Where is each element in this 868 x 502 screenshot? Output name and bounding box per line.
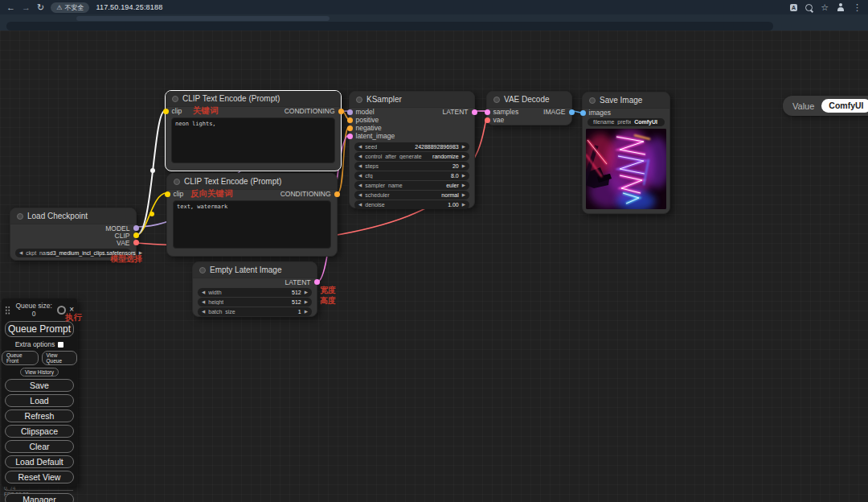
output-slot-image[interactable]: IMAGE: [543, 108, 567, 116]
input-slot-model[interactable]: model: [354, 108, 375, 116]
increment-icon[interactable]: ▶: [305, 290, 308, 295]
input-slot-latent-image[interactable]: latent_image: [354, 132, 395, 140]
slot-dot-latent[interactable]: [347, 134, 353, 139]
increment-icon[interactable]: ▶: [305, 300, 308, 305]
prompt-textarea[interactable]: neon lights,: [171, 117, 335, 163]
increment-icon[interactable]: ▶: [462, 174, 465, 179]
slot-dot-vae[interactable]: [133, 240, 139, 245]
increment-icon[interactable]: ▶: [462, 154, 465, 159]
load-default-button[interactable]: Load Default: [5, 455, 74, 468]
bookmark-star-icon[interactable]: ☆: [821, 3, 829, 12]
forward-icon[interactable]: →: [22, 3, 31, 12]
collapse-dot-icon[interactable]: [356, 97, 362, 103]
profile-icon[interactable]: [837, 3, 845, 11]
queue-front-button[interactable]: Queue Front: [2, 351, 39, 365]
input-slot-clip[interactable]: clip: [170, 107, 182, 115]
output-slot-conditioning[interactable]: CONDITIONING: [280, 190, 332, 198]
decrement-icon[interactable]: ◀: [202, 300, 205, 305]
node-vae-decode[interactable]: VAE Decode samples IMAGE vae: [486, 91, 572, 126]
node-ksampler[interactable]: KSampler model LATENT positive negative …: [349, 91, 475, 208]
node-titlebar[interactable]: Empty Latent Image: [193, 262, 317, 278]
slot-dot-clip[interactable]: [163, 109, 169, 114]
increment-icon[interactable]: ▶: [462, 164, 465, 169]
collapse-dot-icon[interactable]: [199, 267, 206, 274]
slot-dot-image[interactable]: [580, 110, 586, 116]
slot-dot-model[interactable]: [347, 109, 353, 115]
widget-seed[interactable]: ◀ seed 24288892896983 ▶: [354, 142, 469, 151]
decrement-icon[interactable]: ◀: [358, 183, 362, 188]
decrement-icon[interactable]: ◀: [358, 203, 362, 208]
slot-dot-latent[interactable]: [485, 109, 490, 115]
queue-prompt-button[interactable]: Queue Prompt: [5, 321, 74, 337]
drag-handle-icon[interactable]: [5, 306, 10, 315]
collapse-dot-icon[interactable]: [172, 96, 178, 102]
view-queue-button[interactable]: View Queue: [42, 351, 77, 365]
decrement-icon[interactable]: ◀: [358, 174, 362, 179]
output-slot-latent[interactable]: LATENT: [443, 108, 469, 116]
slot-dot-vae[interactable]: [485, 117, 490, 123]
slot-dot-conditioning[interactable]: [347, 117, 353, 123]
slot-dot-clip[interactable]: [133, 232, 139, 238]
prompt-textarea[interactable]: text, watermark: [173, 200, 331, 249]
input-slot-samples[interactable]: samples: [492, 108, 518, 116]
node-titlebar[interactable]: CLIP Text Encode (Prompt): [167, 174, 337, 190]
node-titlebar[interactable]: KSampler: [350, 92, 474, 108]
increment-icon[interactable]: ▶: [462, 145, 465, 150]
reset-view-button[interactable]: Reset View: [5, 471, 74, 483]
decrement-icon[interactable]: ◀: [358, 193, 362, 198]
output-slot-latent[interactable]: LATENT: [285, 278, 312, 286]
decrement-icon[interactable]: ◀: [358, 145, 362, 150]
site-security-chip[interactable]: ⚠ 不安全: [51, 2, 89, 13]
widget-scheduler[interactable]: ◀ scheduler normal ▶: [354, 191, 469, 200]
address-url[interactable]: 117.50.194.25:8188: [96, 3, 162, 11]
increment-icon[interactable]: ▶: [462, 193, 465, 198]
collapse-dot-icon[interactable]: [174, 179, 180, 185]
widget-batch-size[interactable]: ◀ batch_size 1 ▶: [198, 307, 312, 316]
decrement-icon[interactable]: ◀: [202, 290, 205, 295]
widget-control-after-generate[interactable]: ◀ control_after_generate randomize ▶: [354, 152, 469, 161]
increment-icon[interactable]: ▶: [462, 203, 465, 208]
collapse-dot-icon[interactable]: [493, 97, 500, 103]
node-titlebar[interactable]: VAE Decode: [487, 92, 571, 108]
input-slot-clip[interactable]: clip: [172, 190, 183, 198]
input-slot-negative[interactable]: negative: [354, 124, 382, 132]
decrement-icon[interactable]: ◀: [358, 154, 362, 159]
collapse-dot-icon[interactable]: [589, 97, 596, 104]
search-icon[interactable]: [805, 4, 813, 11]
refresh-button[interactable]: Refresh: [5, 409, 74, 422]
node-clip-text-encode-positive[interactable]: CLIP Text Encode (Prompt) clip CONDITION…: [165, 90, 342, 171]
node-empty-latent-image[interactable]: Empty Latent Image LATENT ◀ width 512 ▶ …: [192, 261, 317, 317]
widget-denoise[interactable]: ◀ denoise 1.00 ▶: [354, 200, 469, 209]
input-slot-vae[interactable]: vae: [492, 116, 504, 124]
clear-button[interactable]: Clear: [5, 440, 74, 453]
clipspace-button[interactable]: Clipspace: [5, 425, 74, 438]
output-slot-conditioning[interactable]: CONDITIONING: [285, 107, 336, 115]
node-save-image[interactable]: Save Image images filename_prefix ComfyU…: [582, 92, 670, 214]
widget-height[interactable]: ◀ height 512 ▶: [198, 298, 312, 307]
increment-icon[interactable]: ▶: [305, 310, 308, 315]
browser-menu-icon[interactable]: ⋮: [853, 3, 862, 12]
generated-image-preview[interactable]: [586, 129, 666, 209]
reload-icon[interactable]: ↻: [37, 3, 44, 12]
slot-dot-latent[interactable]: [314, 279, 320, 285]
slot-dot-conditioning[interactable]: [334, 191, 340, 197]
collapse-dot-icon[interactable]: [17, 213, 23, 220]
output-slot-vae[interactable]: VAE: [117, 239, 131, 247]
widget-cfg[interactable]: ◀ cfg 8.0 ▶: [354, 171, 469, 180]
decrement-icon[interactable]: ◀: [202, 310, 205, 315]
input-slot-images[interactable]: images: [588, 109, 611, 117]
decrement-icon[interactable]: ◀: [19, 251, 23, 256]
back-icon[interactable]: ←: [6, 3, 15, 12]
slot-dot-conditioning[interactable]: [338, 109, 344, 114]
decrement-icon[interactable]: ◀: [358, 164, 362, 169]
slot-dot-conditioning[interactable]: [347, 126, 353, 131]
extra-options-checkbox[interactable]: [58, 342, 63, 348]
node-titlebar[interactable]: Load Checkpoint: [10, 208, 136, 224]
slot-dot-model[interactable]: [133, 225, 139, 231]
widget-width[interactable]: ◀ width 512 ▶: [198, 288, 312, 297]
node-clip-text-encode-negative[interactable]: CLIP Text Encode (Prompt) clip CONDITION…: [166, 173, 338, 257]
node-titlebar[interactable]: CLIP Text Encode (Prompt): [166, 91, 341, 107]
slot-dot-latent[interactable]: [472, 109, 477, 115]
view-history-button[interactable]: View History: [20, 368, 59, 376]
save-button[interactable]: Save: [5, 379, 74, 392]
